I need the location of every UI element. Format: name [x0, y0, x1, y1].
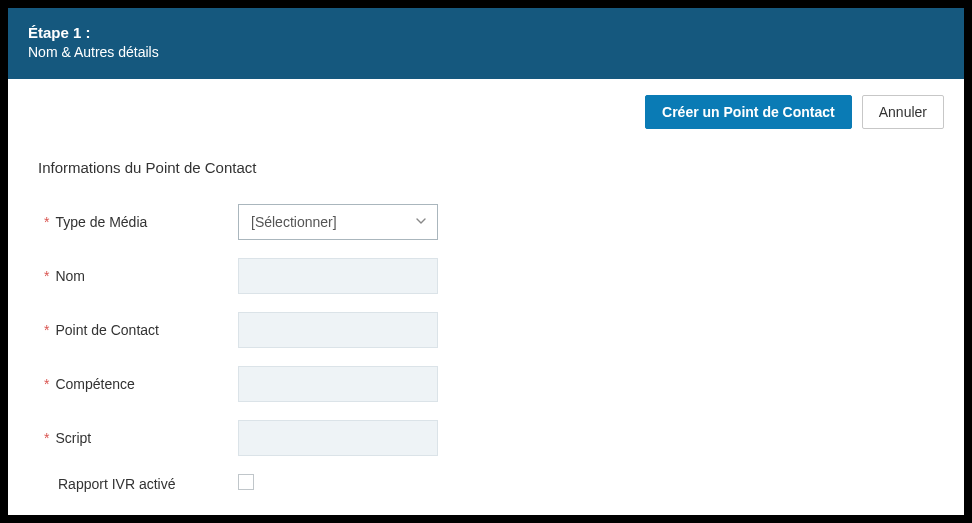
label-text: Rapport IVR activé — [58, 476, 176, 492]
cancel-button[interactable]: Annuler — [862, 95, 944, 129]
form-content: Informations du Point de Contact * Type … — [8, 129, 964, 512]
ivr-report-checkbox[interactable] — [238, 474, 254, 490]
required-marker: * — [44, 430, 49, 446]
row-ivr-report: Rapport IVR activé — [38, 474, 934, 494]
create-button[interactable]: Créer un Point de Contact — [645, 95, 852, 129]
contact-point-input[interactable] — [238, 312, 438, 348]
label-text: Type de Média — [55, 214, 147, 230]
label-script: * Script — [38, 430, 238, 446]
toolbar: Créer un Point de Contact Annuler — [8, 79, 964, 129]
required-marker: * — [44, 322, 49, 338]
label-text: Script — [55, 430, 91, 446]
label-name: * Nom — [38, 268, 238, 284]
select-value: [Sélectionner] — [251, 214, 337, 230]
required-marker: * — [44, 268, 49, 284]
script-input[interactable] — [238, 420, 438, 456]
chevron-down-icon — [415, 214, 427, 230]
section-title: Informations du Point de Contact — [38, 159, 934, 176]
label-text: Point de Contact — [55, 322, 159, 338]
dialog-header: Étape 1 : Nom & Autres détails — [8, 8, 964, 79]
required-marker: * — [44, 376, 49, 392]
step-subtitle: Nom & Autres détails — [28, 43, 944, 63]
label-skill: * Compétence — [38, 376, 238, 392]
media-type-select[interactable]: [Sélectionner] — [238, 204, 438, 240]
label-media-type: * Type de Média — [38, 214, 238, 230]
label-contact-point: * Point de Contact — [38, 322, 238, 338]
row-script: * Script — [38, 420, 934, 456]
row-skill: * Compétence — [38, 366, 934, 402]
row-name: * Nom — [38, 258, 934, 294]
label-ivr-report: Rapport IVR activé — [38, 476, 238, 492]
skill-input[interactable] — [238, 366, 438, 402]
label-text: Compétence — [55, 376, 134, 392]
label-text: Nom — [55, 268, 85, 284]
required-marker: * — [44, 214, 49, 230]
step-title: Étape 1 : — [28, 22, 944, 43]
name-input[interactable] — [238, 258, 438, 294]
dialog-window: Étape 1 : Nom & Autres détails Créer un … — [8, 8, 964, 515]
row-contact-point: * Point de Contact — [38, 312, 934, 348]
row-media-type: * Type de Média [Sélectionner] — [38, 204, 934, 240]
